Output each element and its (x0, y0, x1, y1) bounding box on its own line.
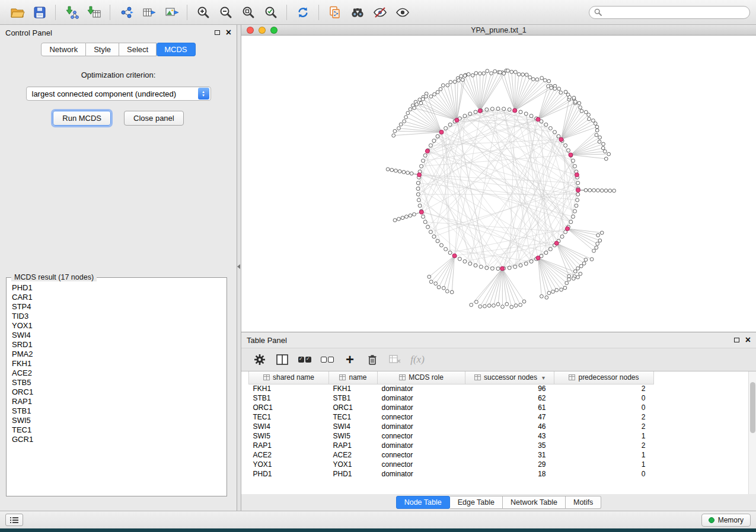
find-button[interactable] (346, 2, 368, 23)
table-cell[interactable]: 2 (554, 441, 654, 450)
memory-button[interactable]: Memory (701, 514, 751, 527)
table-row[interactable]: YOX1YOX1connector291 (249, 460, 654, 469)
table-cell[interactable]: 18 (465, 469, 554, 479)
panel-splitter[interactable] (237, 25, 241, 511)
table-cell[interactable]: ACE2 (249, 450, 329, 460)
status-menu-button[interactable] (5, 514, 23, 526)
table-cell[interactable]: dominator (378, 403, 465, 412)
add-column-button[interactable]: + (341, 351, 359, 368)
zoom-fit-button[interactable] (237, 2, 259, 23)
table-cell[interactable]: TEC1 (329, 412, 378, 422)
select-all-button[interactable] (296, 351, 314, 368)
table-row[interactable]: ORC1ORC1dominator610 (249, 403, 654, 412)
table-cell[interactable]: 1 (554, 460, 654, 469)
column-header-MCDS-role[interactable]: MCDS role (378, 371, 465, 384)
table-cell[interactable]: RAP1 (329, 441, 378, 450)
table-cell[interactable]: 1 (554, 431, 654, 441)
table-cell[interactable]: SWI5 (249, 431, 329, 441)
close-panel-button[interactable]: Close panel (124, 111, 184, 126)
table-cell[interactable]: 47 (465, 412, 554, 422)
table-row[interactable]: ACE2ACE2connector311 (249, 450, 654, 460)
show-column-button[interactable] (273, 351, 291, 368)
close-table-panel-icon[interactable]: × (745, 336, 751, 344)
column-header-name[interactable]: name (329, 371, 378, 384)
close-panel-icon[interactable]: × (226, 29, 231, 36)
table-cell[interactable]: ACE2 (329, 450, 378, 460)
import-table-button[interactable] (83, 2, 105, 23)
mcds-result-item[interactable]: TEC1 (12, 425, 225, 435)
open-network-button[interactable] (6, 2, 28, 23)
table-settings-button[interactable] (251, 351, 269, 368)
table-cell[interactable]: connector (378, 460, 465, 469)
close-window-icon[interactable] (247, 27, 254, 34)
mcds-result-item[interactable]: PMA2 (12, 350, 225, 359)
table-cell[interactable]: PHD1 (249, 469, 329, 479)
table-cell[interactable]: dominator (378, 469, 465, 479)
tab-style[interactable]: Style (86, 43, 119, 56)
mcds-result-item[interactable]: FKH1 (12, 359, 225, 368)
export-image-button[interactable] (160, 2, 182, 23)
table-cell[interactable]: 96 (465, 384, 554, 393)
export-table-button[interactable] (138, 2, 160, 23)
tab-mcds[interactable]: MCDS (157, 43, 195, 56)
table-cell[interactable]: SWI4 (249, 422, 329, 431)
mcds-result-item[interactable]: STP4 (12, 302, 225, 312)
table-scrollbar[interactable] (748, 371, 756, 494)
mcds-result-item[interactable]: CAR1 (12, 293, 225, 302)
table-cell[interactable]: YOX1 (249, 460, 329, 469)
criterion-select[interactable]: largest connected component (undirected)… (26, 86, 211, 101)
table-cell[interactable]: dominator (378, 441, 465, 450)
table-cell[interactable]: RAP1 (249, 441, 329, 450)
mcds-result-item[interactable]: SWI5 (12, 416, 225, 425)
column-header-shared-name[interactable]: shared name (249, 371, 329, 384)
table-cell[interactable]: dominator (378, 384, 465, 393)
deselect-all-button[interactable] (318, 351, 336, 368)
table-cell[interactable]: 31 (465, 450, 554, 460)
table-cell[interactable]: FKH1 (329, 384, 378, 393)
zoom-in-button[interactable] (192, 2, 214, 23)
table-cell[interactable]: 0 (554, 469, 654, 479)
tab-network-table[interactable]: Network Table (503, 496, 566, 509)
save-session-button[interactable] (28, 2, 50, 23)
table-cell[interactable]: 0 (554, 393, 654, 403)
export-network-button[interactable] (115, 2, 137, 23)
float-panel-icon[interactable] (215, 30, 220, 35)
table-cell[interactable]: connector (378, 450, 465, 460)
table-cell[interactable]: 61 (465, 403, 554, 412)
table-cell[interactable]: YOX1 (329, 460, 378, 469)
zoom-selected-button[interactable] (260, 2, 282, 23)
delete-column-button[interactable] (363, 351, 381, 368)
mcds-result-item[interactable]: SWI4 (12, 331, 225, 340)
table-row[interactable]: SWI5SWI5connector431 (249, 431, 654, 441)
tab-select[interactable]: Select (119, 43, 157, 56)
mcds-result-item[interactable]: YOX1 (12, 321, 225, 331)
mcds-result-item[interactable]: GCR1 (12, 435, 225, 444)
minimize-window-icon[interactable] (259, 27, 266, 34)
column-header-successor-nodes[interactable]: successor nodes▾ (465, 371, 554, 384)
mcds-result-item[interactable]: SRD1 (12, 340, 225, 350)
hide-graphics-button[interactable] (369, 2, 391, 23)
table-cell[interactable]: FKH1 (249, 384, 329, 393)
mcds-result-item[interactable]: STB5 (12, 378, 225, 387)
import-network-button[interactable] (60, 2, 82, 23)
table-cell[interactable]: connector (378, 412, 465, 422)
table-cell[interactable]: ORC1 (249, 403, 329, 412)
table-row[interactable]: RAP1RAP1dominator352 (249, 441, 654, 450)
float-table-panel-icon[interactable] (734, 338, 739, 342)
column-header-predecessor-nodes[interactable]: predecessor nodes (554, 371, 654, 384)
network-graph[interactable] (241, 36, 755, 332)
table-row[interactable]: FKH1FKH1dominator962 (249, 384, 654, 393)
mcds-result-item[interactable]: ACE2 (12, 368, 225, 378)
mcds-result-item[interactable]: RAP1 (12, 397, 225, 406)
sort-chevron-icon[interactable]: ▾ (542, 374, 545, 381)
function-builder-button[interactable]: f(x) (409, 351, 426, 368)
table-cell[interactable]: SWI4 (329, 422, 378, 431)
table-row[interactable]: PHD1PHD1dominator180 (249, 469, 654, 479)
clear-table-button[interactable] (386, 351, 404, 368)
tab-motifs[interactable]: Motifs (566, 496, 601, 509)
table-cell[interactable]: TEC1 (249, 412, 329, 422)
mcds-result-item[interactable]: TID3 (12, 312, 225, 321)
table-row[interactable]: STB1STB1dominator620 (249, 393, 654, 403)
table-cell[interactable]: 35 (465, 441, 554, 450)
table-cell[interactable]: 1 (554, 450, 654, 460)
